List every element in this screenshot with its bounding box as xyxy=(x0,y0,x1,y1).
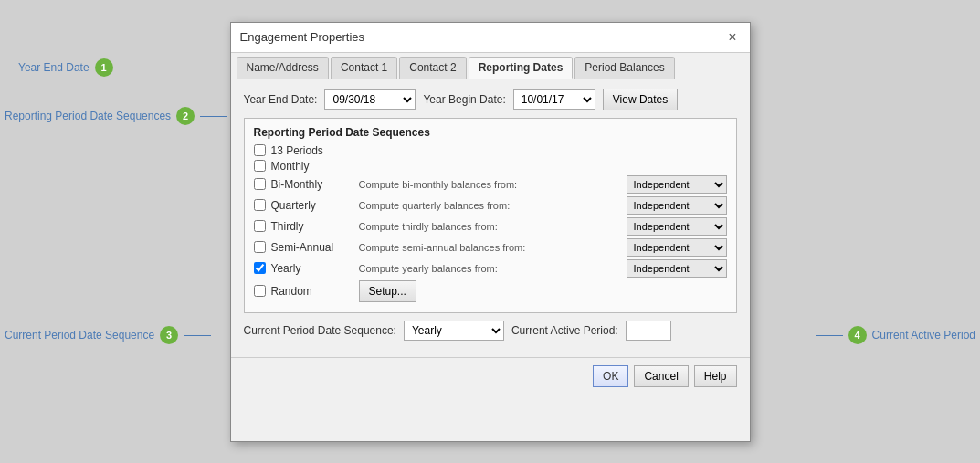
label-quarterly[interactable]: Quarterly xyxy=(271,199,353,212)
seq-row-bimonthly: Bi-Monthly Compute bi-monthly balances f… xyxy=(254,175,727,194)
seq-row-monthly: Monthly xyxy=(254,160,727,173)
desc-bimonthly: Compute bi-monthly balances from: xyxy=(359,179,621,190)
select-yearly[interactable]: Independent xyxy=(627,259,727,278)
label-monthly[interactable]: Monthly xyxy=(271,160,353,173)
tab-contact1[interactable]: Contact 1 xyxy=(331,57,397,79)
dialog-footer: OK Cancel Help xyxy=(231,357,750,395)
annotation-reporting-label: Reporting Period Date Sequences xyxy=(5,110,171,122)
year-begin-select[interactable]: 10/01/17 xyxy=(513,89,595,110)
checkbox-quarterly[interactable] xyxy=(254,199,266,211)
annotation-badge-2: 2 xyxy=(176,107,195,125)
checkbox-thirdly[interactable] xyxy=(254,220,266,232)
checkbox-random[interactable] xyxy=(254,285,266,297)
dialog-title: Engagement Properties xyxy=(240,30,365,44)
checkbox-yearly[interactable] xyxy=(254,262,266,274)
year-end-select[interactable]: 09/30/18 xyxy=(324,89,416,110)
label-13periods[interactable]: 13 Periods xyxy=(271,144,353,157)
current-period-row: Current Period Date Sequence: Yearly Cur… xyxy=(244,321,737,341)
annotation-year-end-label: Year End Date xyxy=(18,61,90,74)
sequences-title: Reporting Period Date Sequences xyxy=(254,126,727,139)
label-yearly[interactable]: Yearly xyxy=(271,262,353,275)
close-button[interactable]: × xyxy=(724,30,740,45)
current-active-input[interactable]: 1 xyxy=(626,321,671,341)
annotation-badge-3: 3 xyxy=(160,326,178,344)
sequences-box: Reporting Period Date Sequences 13 Perio… xyxy=(244,118,737,313)
engagement-properties-dialog: Engagement Properties × Name/Address Con… xyxy=(230,22,751,442)
connector-line-2 xyxy=(200,116,227,117)
select-bimonthly[interactable]: Independent xyxy=(627,175,727,194)
annotation-active-period: 4 Current Active Period xyxy=(816,326,975,344)
label-thirdly[interactable]: Thirdly xyxy=(271,220,353,233)
tab-bar: Name/Address Contact 1 Contact 2 Reporti… xyxy=(231,53,750,79)
dialog-content: Year End Date: 09/30/18 Year Begin Date:… xyxy=(231,79,750,357)
annotation-current-label: Current Period Date Sequence xyxy=(5,329,154,342)
tab-reporting-dates[interactable]: Reporting Dates xyxy=(469,57,574,79)
annotation-active-label: Current Active Period xyxy=(872,329,975,342)
tab-period-balances[interactable]: Period Balances xyxy=(574,57,674,79)
annotation-year-end-date: Year End Date 1 xyxy=(18,58,146,77)
connector-line-1 xyxy=(119,68,146,68)
select-semiannual[interactable]: Independent xyxy=(627,238,727,257)
current-period-label: Current Period Date Sequence: xyxy=(244,324,396,337)
seq-row-random: Random Setup... xyxy=(254,280,727,302)
label-semiannual[interactable]: Semi-Annual xyxy=(271,241,353,254)
seq-row-thirdly: Thirdly Compute thirdly balances from: I… xyxy=(254,217,727,236)
select-thirdly[interactable]: Independent xyxy=(627,217,727,236)
annotation-reporting-period: Reporting Period Date Sequences 2 xyxy=(5,107,227,125)
cancel-button[interactable]: Cancel xyxy=(634,365,688,387)
year-begin-label: Year Begin Date: xyxy=(423,93,505,106)
desc-quarterly: Compute quarterly balances from: xyxy=(359,200,621,211)
select-quarterly[interactable]: Independent xyxy=(627,196,727,215)
label-random[interactable]: Random xyxy=(271,285,353,298)
ok-button[interactable]: OK xyxy=(593,365,628,387)
seq-row-quarterly: Quarterly Compute quarterly balances fro… xyxy=(254,196,727,215)
current-active-label: Current Active Period: xyxy=(511,324,618,337)
view-dates-button[interactable]: View Dates xyxy=(603,89,678,110)
desc-semiannual: Compute semi-annual balances from: xyxy=(359,242,621,253)
seq-row-semiannual: Semi-Annual Compute semi-annual balances… xyxy=(254,238,727,257)
dialog-titlebar: Engagement Properties × xyxy=(231,23,750,53)
seq-row-yearly: Yearly Compute yearly balances from: Ind… xyxy=(254,259,727,278)
annotation-current-period: Current Period Date Sequence 3 xyxy=(5,326,211,344)
connector-line-4 xyxy=(816,335,843,336)
desc-yearly: Compute yearly balances from: xyxy=(359,263,621,274)
checkbox-bimonthly[interactable] xyxy=(254,178,266,190)
tab-name-address[interactable]: Name/Address xyxy=(237,57,329,79)
year-end-label: Year End Date: xyxy=(244,93,318,106)
help-button[interactable]: Help xyxy=(694,365,737,387)
desc-thirdly: Compute thirdly balances from: xyxy=(359,221,621,232)
annotation-badge-4: 4 xyxy=(848,326,867,344)
checkbox-semiannual[interactable] xyxy=(254,241,266,253)
setup-button[interactable]: Setup... xyxy=(359,280,416,302)
tab-contact2[interactable]: Contact 2 xyxy=(399,57,466,79)
current-period-select[interactable]: Yearly xyxy=(404,321,504,341)
year-dates-row: Year End Date: 09/30/18 Year Begin Date:… xyxy=(244,89,737,110)
connector-line-3 xyxy=(184,335,211,336)
seq-row-13periods: 13 Periods xyxy=(254,144,727,157)
checkbox-13periods[interactable] xyxy=(254,144,266,156)
checkbox-monthly[interactable] xyxy=(254,160,266,172)
label-bimonthly[interactable]: Bi-Monthly xyxy=(271,178,353,191)
annotation-badge-1: 1 xyxy=(95,58,113,77)
